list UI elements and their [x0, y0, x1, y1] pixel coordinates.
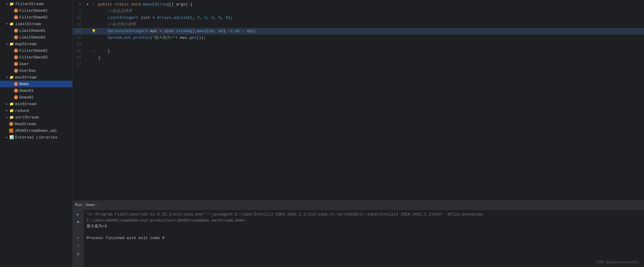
label-mapstream: mapStream — [15, 42, 36, 46]
folder-icon-filterstream: 📁 — [9, 2, 14, 6]
code-line-10: 10 List<Integer> list = Arrays.asList(1,… — [73, 15, 644, 21]
blank-line — [87, 229, 641, 235]
arrow-minstream: ▶ — [5, 102, 9, 106]
folder-icon-sortstream: 📁 — [9, 115, 14, 120]
code-line-12: 12 💡 Optional<Integer> max = list.stream… — [73, 28, 644, 35]
code-line-9: 9 //自定义排序 — [73, 8, 644, 15]
label-sortstream: sortStream — [15, 115, 39, 120]
line-num-12: 12 — [73, 28, 85, 35]
main-area: ▼ 📁 filterStream C FilterDemo01 C Filter… — [0, 0, 644, 267]
label-filterdemo01b: FilterDemo01 — [19, 48, 48, 53]
line-body-8: public static void main(String[] args) { — [97, 1, 644, 8]
run-arrow-8[interactable]: ▶ — [87, 1, 89, 8]
arrow-mapstream: ▼ — [5, 42, 9, 46]
folder-icon-reduce: 📁 — [9, 108, 14, 113]
iml-icon-javastreamdemo: ◈ — [9, 128, 13, 133]
bookmark-gutter-15[interactable]: ◇ — [91, 48, 97, 55]
code-line-13: 13 System.out.println("最大值为+"+ max.get()… — [73, 35, 644, 41]
sidebar-item-javastreamdemo[interactable]: ◈ JAVAStreamDemo.iml — [0, 127, 72, 134]
code-line-14: 14 — [73, 41, 644, 48]
code-line-11: 11 //从大到小排序 — [73, 21, 644, 28]
run-panel: Run: Demo × ▶ ■ ↓ ⊙ ≡ 🖨 "C:\Program File… — [73, 200, 644, 267]
arrow-reduce: ▶ — [5, 109, 9, 112]
run-tab-close[interactable]: × — [97, 203, 99, 207]
sidebar-item-maxstream[interactable]: ▼ 📁 maxStream — [0, 74, 72, 81]
editor-content: 8 ▶ ◇ public static void main(String[] a… — [73, 0, 644, 200]
label-filterdmeo02: FilterDmeo02 — [19, 55, 48, 60]
java-icon-user: C — [14, 62, 18, 66]
folder-icon-limitstream: 📁 — [9, 22, 14, 26]
label-javastreamdemo: JAVAStreamDemo.iml — [15, 128, 57, 133]
label-extlibs: External Libraries — [15, 135, 58, 140]
run-play-btn[interactable]: ▶ — [75, 211, 81, 218]
editor-area: 8 ▶ ◇ public static void main(String[] a… — [73, 0, 644, 200]
line-num-16: 16 — [73, 55, 85, 61]
sidebar-item-user[interactable]: C User — [0, 61, 72, 67]
code-line-16: 16 } — [73, 55, 644, 61]
run-output: "C:\Program Files\Java\jdk-11.0.15.1\bin… — [84, 210, 644, 267]
java-icon-filterdemo01: C — [14, 8, 18, 13]
label-minstream: minStream — [15, 102, 36, 106]
java-icon-limitdemo02: C — [14, 35, 18, 39]
java-icon-demo: C — [14, 82, 18, 86]
java-icon-userdao: C — [14, 68, 18, 73]
code-line-15: 15 ◇ } — [73, 48, 644, 55]
arrow-maxstream: ▼ — [5, 76, 9, 79]
file-tree: ▼ 📁 filterStream C FilterDemo01 C Filter… — [0, 0, 73, 267]
sidebar-item-limitdemo01[interactable]: C LimitDemo01 — [0, 27, 72, 34]
run-tab-demo[interactable]: Demo × — [86, 203, 99, 207]
line-num-11: 11 — [73, 21, 85, 28]
line-body-9: //自定义排序 — [97, 8, 644, 15]
run-stop-btn[interactable]: ■ — [75, 219, 81, 225]
sidebar-item-filterstream[interactable]: ▼ 📁 filterStream — [0, 1, 72, 7]
code-line-8: 8 ▶ ◇ public static void main(String[] a… — [73, 1, 644, 8]
sidebar-item-demo01[interactable]: C Demo01 — [0, 87, 72, 94]
line-body-16: } — [97, 55, 644, 61]
sidebar-item-extlibs[interactable]: ▶ 📊 External Libraries — [0, 134, 72, 141]
sidebar-item-userdao[interactable]: C UserDao — [0, 67, 72, 74]
run-camera-btn[interactable]: ⊙ — [75, 235, 81, 241]
label-filterdemo01: FilterDemo01 — [19, 8, 48, 13]
line-num-13: 13 — [73, 35, 85, 41]
label-limitstream: limitStream — [15, 22, 41, 26]
bulb-gutter-12[interactable]: 💡 — [91, 28, 97, 35]
java-icon-limitdemo01: C — [14, 28, 18, 33]
sidebar-item-demo[interactable]: C Demo — [0, 81, 72, 87]
arrow-filterstream: ▼ — [5, 2, 9, 6]
sidebar-item-sortstream[interactable]: ▶ 📁 sortStream — [0, 114, 72, 121]
line-num-9: 9 — [73, 8, 85, 15]
sidebar-item-filterdemo01b[interactable]: C FilterDemo01 — [0, 47, 72, 54]
bookmark-icon-15: ◇ — [93, 48, 95, 55]
label-reduce: reduce — [15, 108, 29, 113]
label-userdao: UserDao — [19, 68, 36, 73]
sidebar-item-filterdmeo02[interactable]: C FilterDmeo02 — [0, 54, 72, 61]
cmd-line-2: E:\idea\JAVAStreamDemo\out\production\JA… — [87, 218, 641, 224]
sidebar-item-limitdemo02[interactable]: C LimitDemo02 — [0, 34, 72, 41]
folder-icon-maxstream: 📁 — [9, 75, 14, 80]
sidebar-item-newstream[interactable]: C NewStream — [0, 121, 72, 127]
sidebar-item-mapstream[interactable]: ▼ 📁 mapStream — [0, 41, 72, 47]
sidebar-item-demo02[interactable]: C Demo02 — [0, 94, 72, 101]
process-line: Process finished with exit code 0 — [87, 235, 641, 241]
arrow-sortstream: ▶ — [5, 115, 9, 119]
run-scroll-down-btn[interactable]: ↓ — [75, 227, 81, 233]
line-body-11: //从大到小排序 — [97, 21, 644, 28]
line-body-15: } — [97, 48, 644, 55]
run-format-btn[interactable]: ≡ — [75, 242, 81, 249]
sidebar-item-filterdemo02[interactable]: C FilterDemo02 — [0, 14, 72, 21]
label-demo01: Demo01 — [19, 88, 34, 93]
label-demo02: Demo02 — [19, 95, 34, 100]
sidebar-item-minstream[interactable]: ▶ 📁 minStream — [0, 101, 72, 107]
gutter-8[interactable]: ▶ — [85, 1, 91, 8]
folder-icon-minstream: 📁 — [9, 102, 14, 106]
sidebar-item-filterdemo01[interactable]: C FilterDemo01 — [0, 7, 72, 14]
line-num-15: 15 — [73, 48, 85, 55]
run-print-btn[interactable]: 🖨 — [75, 250, 81, 257]
watermark: CSDN @aoyuanyuan0921 — [596, 260, 639, 265]
sidebar-item-limitstream[interactable]: ▼ 📁 limitStream — [0, 21, 72, 27]
bulb-icon-12[interactable]: 💡 — [92, 28, 96, 35]
label-filterstream: filterStream — [15, 2, 44, 6]
sidebar-item-reduce[interactable]: ▶ 📁 reduce — [0, 107, 72, 114]
code-line-17: 17 — [73, 61, 644, 68]
java-icon-filterdemo01b: C — [14, 48, 18, 53]
